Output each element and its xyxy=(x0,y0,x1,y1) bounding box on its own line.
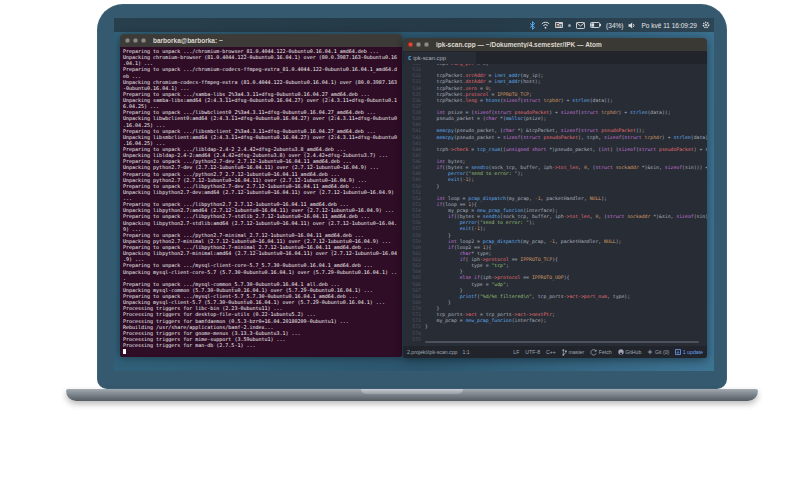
terminal-line: Unpacking libpython2.7-minimal:amd64 (2.… xyxy=(123,250,399,256)
package-update-icon xyxy=(675,349,681,355)
maximize-button[interactable] xyxy=(424,42,429,47)
terminal-line: Unpacking mysql-client-core-5.7 (5.7.30-… xyxy=(123,269,399,275)
horizontal-scrollbar[interactable] xyxy=(425,341,699,343)
code-editor[interactable]: 530 tcph->urg_ptr = 0;531532 tcpPacket.s… xyxy=(403,64,707,346)
terminal-line: Unpacking libwbclient0:amd64 (2:4.3.11+d… xyxy=(123,115,399,121)
status-fetch[interactable]: Fetch xyxy=(590,349,611,356)
git-diff-icon xyxy=(647,349,653,355)
c-language-icon: C xyxy=(408,55,411,61)
laptop-screen-bezel: En (34%) Po kvě 11 16:09:29 xyxy=(97,4,727,389)
terminal-output[interactable]: Preparing to unpack .../chromium-browser… xyxy=(120,47,402,357)
minimize-button[interactable] xyxy=(133,38,138,43)
terminal-line: Preparing to unpack .../chromium-codecs-… xyxy=(123,66,399,72)
code-line: 544 tcph->check = tcp_csum((unsigned sho… xyxy=(403,147,707,153)
desktop: En (34%) Po kvě 11 16:09:29 xyxy=(114,18,714,371)
status-github[interactable]: GitHub xyxy=(618,349,642,355)
atom-titlebar[interactable]: ipk-scan.cpp — ~/Dokumenty/4.semester/IP… xyxy=(403,38,707,51)
terminal-line: Preparing to unpack .../libsmbclient_2%3… xyxy=(123,128,399,134)
status-encoding[interactable]: UTF-8 xyxy=(525,349,540,355)
maximize-button[interactable] xyxy=(141,38,146,43)
bluetooth-icon[interactable] xyxy=(529,21,536,30)
terminal-line: Unpacking chromium-codecs-ffmpeg-extra (… xyxy=(123,79,399,85)
code-line: 542 memcpy(pseudo_packet + sizeof(struct… xyxy=(403,135,707,141)
terminal-title: barborka@barborka: ~ xyxy=(153,37,223,44)
line-number: 575 xyxy=(403,337,425,343)
notification-icon[interactable] xyxy=(568,24,571,27)
laptop-mockup: En (34%) Po kvě 11 16:09:29 xyxy=(0,0,800,477)
terminal-cursor xyxy=(123,349,126,354)
terminal-window: barborka@barborka: ~ Preparing to unpack… xyxy=(120,34,402,355)
gear-icon[interactable] xyxy=(702,21,710,29)
status-eol[interactable]: LF xyxy=(513,349,519,355)
mail-icon[interactable] xyxy=(576,22,585,29)
status-grammar[interactable]: C++ xyxy=(546,349,556,355)
status-cursor-position[interactable]: 1:1 xyxy=(462,349,469,355)
status-git[interactable]: Git (0) xyxy=(647,349,669,355)
terminal-line: Unpacking python2.7-dev (2.7.12-1ubuntu0… xyxy=(123,164,399,170)
status-bar: 2.projekt/ipk-scan.cpp 1:1 LF UTF-8 C++ … xyxy=(403,346,707,358)
terminal-line: Unpacking libsmbclient:amd64 (2:4.3.11+d… xyxy=(123,134,399,140)
keyboard-layout-indicator[interactable]: En xyxy=(555,22,563,28)
clock-label[interactable]: Po kvě 11 16:09:29 xyxy=(641,22,697,29)
terminal-line: Unpacking libpython2.7-dev:amd64 (2.7.12… xyxy=(123,189,399,195)
terminal-line: Unpacking chromium-browser (81.0.4044.12… xyxy=(123,54,399,60)
wifi-icon[interactable] xyxy=(541,21,550,29)
terminal-line: Preparing to unpack .../libpython2.7-dev… xyxy=(123,183,399,189)
terminal-line: Preparing to unpack .../python2.7-minima… xyxy=(123,232,399,238)
battery-percent-label[interactable]: (34%) xyxy=(606,22,623,29)
minimize-button[interactable] xyxy=(416,42,421,47)
laptop-base xyxy=(66,389,758,401)
sync-icon xyxy=(590,349,597,356)
atom-window: ipk-scan.cpp — ~/Dokumenty/4.semester/IP… xyxy=(403,38,707,358)
close-button[interactable] xyxy=(125,38,130,43)
system-indicators: En (34%) Po kvě 11 16:09:29 xyxy=(529,18,710,32)
code-lines: 530 tcph->urg_ptr = 0;531532 tcpPacket.s… xyxy=(403,64,707,343)
status-branch[interactable]: master xyxy=(562,349,584,356)
atom-window-title: ipk-scan.cpp — ~/Dokumenty/4.semester/IP… xyxy=(436,41,602,48)
status-updates[interactable]: 1 update xyxy=(675,349,703,355)
terminal-prompt-line xyxy=(123,348,399,354)
tab-label: ipk-scan.cpp xyxy=(413,55,446,61)
branch-icon xyxy=(562,349,567,356)
tab-bar: C ipk-scan.cpp xyxy=(403,51,707,64)
terminal-line: Unpacking libpython2.7-stdlib:amd64 (2.7… xyxy=(123,220,399,226)
terminal-line: Unpacking python2.7 (2.7.12-1ubuntu0~16.… xyxy=(123,177,399,183)
terminal-line: Preparing to unpack .../libpython2.7-std… xyxy=(123,213,399,219)
terminal-line: Unpacking samba-libs:amd64 (2:4.3.11+dfs… xyxy=(123,97,399,103)
terminal-line: Preparing to unpack .../mysql-client-cor… xyxy=(123,262,399,268)
laptop-base-notch xyxy=(361,389,463,394)
system-top-panel: En (34%) Po kvě 11 16:09:29 xyxy=(114,18,714,32)
volume-icon[interactable] xyxy=(628,22,636,29)
github-icon xyxy=(618,349,624,355)
tab-ipk-scan[interactable]: C ipk-scan.cpp xyxy=(404,52,476,64)
battery-icon[interactable] xyxy=(590,22,601,28)
terminal-titlebar[interactable]: barborka@barborka: ~ xyxy=(120,34,402,47)
close-button[interactable] xyxy=(408,42,413,47)
status-file-path[interactable]: 2.projekt/ipk-scan.cpp xyxy=(407,349,457,355)
